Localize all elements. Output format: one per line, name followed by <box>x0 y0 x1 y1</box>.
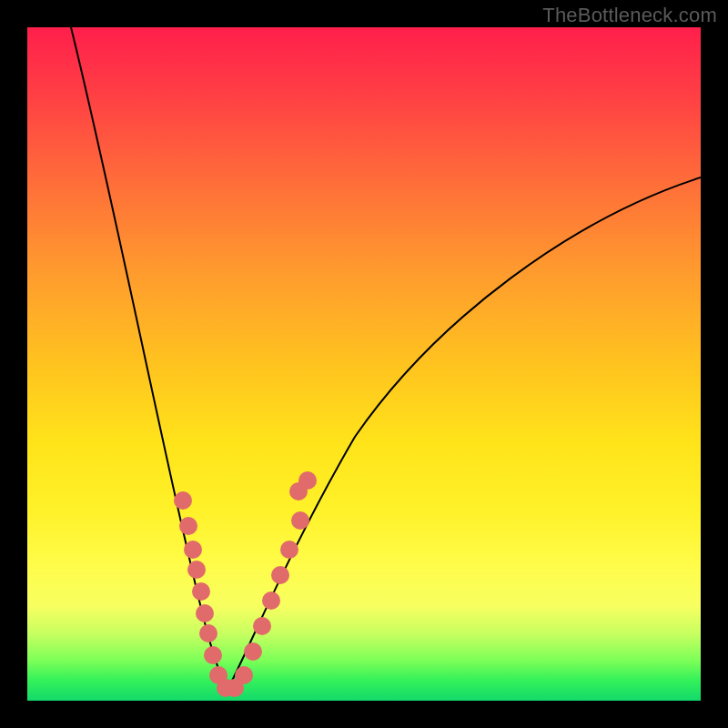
dot <box>280 541 298 559</box>
dot <box>235 666 253 684</box>
watermark-text: TheBottleneck.com <box>542 4 717 27</box>
dot <box>184 541 202 559</box>
dot <box>192 582 210 601</box>
dot <box>187 561 206 579</box>
dot <box>262 592 280 610</box>
dot <box>196 604 214 622</box>
plot-overlay <box>27 27 701 701</box>
dot <box>253 617 271 635</box>
plot-frame <box>27 27 701 701</box>
v-curve-right <box>228 177 701 690</box>
dot <box>179 517 197 535</box>
dot <box>174 491 192 510</box>
dot <box>244 642 262 661</box>
dot <box>271 566 289 584</box>
dot <box>204 646 222 664</box>
dot <box>199 624 217 642</box>
dot <box>291 511 309 530</box>
dot <box>298 471 317 490</box>
